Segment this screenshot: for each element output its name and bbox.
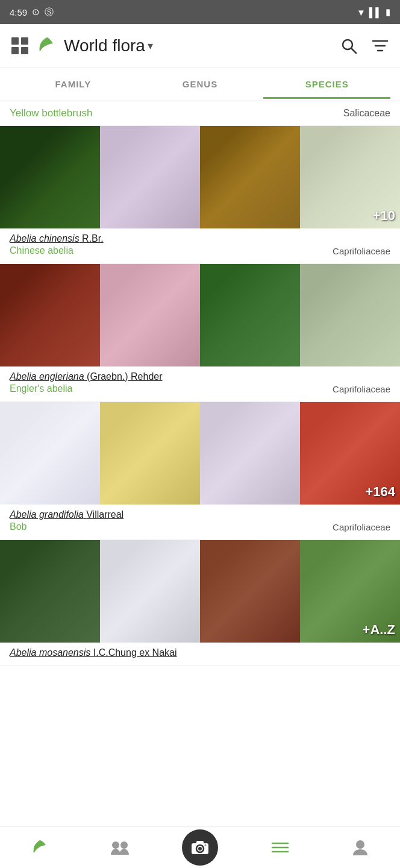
photo-grid [0,264,400,366]
species-info: Abelia mosanensis I.C.Chung ex Nakai [0,643,400,665]
nav-home[interactable] [0,826,80,868]
species-scientific-name[interactable]: Abelia grandifolia Villarreal [10,509,390,520]
species-row2: Engler's abelia Caprifoliaceae [10,383,390,394]
search-button[interactable] [339,36,359,56]
photo-cell[interactable]: +A..Z [300,540,400,643]
photo-cell[interactable] [100,126,200,228]
species-item-abelia-engleriana: Abelia engleriana (Graebn.) Rehder Engle… [0,264,400,402]
status-right: ▼ ▌▌ ▮ [357,7,390,17]
app-bar-right [339,36,390,56]
species-scientific-name[interactable]: Abelia chinensis R.Br. [10,233,390,244]
species-item-abelia-mosanensis: +A..Z Abelia mosanensis I.C.Chung ex Nak… [0,540,400,666]
photo-count-badge: +10 [373,208,395,224]
photo-cell[interactable] [0,264,100,366]
species-author: R.Br. [82,233,104,244]
grid-view-icon [10,36,30,55]
svg-point-15 [204,844,206,846]
species-scientific-name[interactable]: Abelia mosanensis I.C.Chung ex Nakai [10,647,390,658]
photo-cell[interactable] [100,540,200,643]
species-common-name[interactable]: Bob [10,521,27,532]
wifi-icon: ▼ [357,7,366,17]
species-row2: Bob Caprifoliaceae [10,521,390,532]
camera-icon [191,840,209,855]
species-item-abelia-chinensis: +10 Abelia chinensis R.Br. Chinese abeli… [0,126,400,264]
tabs: FAMILY GENUS SPECIES [0,68,400,101]
circle-icon: ⊙ [32,7,40,17]
species-info: Abelia grandifolia Villarreal Bob Caprif… [0,505,400,539]
species-common-name[interactable]: Chinese abelia [10,245,73,256]
nav-community[interactable] [80,826,160,868]
species-list: +10 Abelia chinensis R.Br. Chinese abeli… [0,126,400,714]
tab-species[interactable]: SPECIES [263,69,390,99]
bottom-nav [0,826,400,868]
app-title-text: World flora [64,36,145,55]
battery-icon: ▮ [386,7,390,17]
species-family: Caprifoliaceae [333,384,390,394]
species-row2: Chinese abelia Caprifoliaceae [10,245,390,256]
photo-grid: +A..Z [0,540,400,643]
filter-icon [372,37,389,54]
species-item-abelia-grandifolia: +164 Abelia grandifolia Villarreal Bob C… [0,402,400,540]
app-logo [36,35,58,57]
app-bar-left: World flora ▾ [10,35,333,57]
search-icon [340,37,357,54]
photo-cell[interactable]: +10 [300,126,400,228]
photo-count-badge: +164 [365,484,395,500]
filter-button[interactable] [370,36,390,56]
nav-camera[interactable] [160,826,240,868]
photo-cell[interactable] [200,264,300,366]
photo-cell[interactable] [100,264,200,366]
species-scientific-name[interactable]: Abelia engleriana (Graebn.) Rehder [10,371,390,382]
svg-point-19 [356,840,364,849]
svg-point-13 [198,847,202,851]
app-title[interactable]: World flora ▾ [64,36,153,55]
svg-rect-14 [196,841,204,844]
species-author: I.C.Chung ex Nakai [93,647,177,658]
svg-point-10 [120,841,128,849]
s-icon: Ⓢ [45,7,54,18]
nav-profile[interactable] [320,826,400,868]
home-leaf-icon [30,838,49,857]
photo-grid: +10 [0,126,400,228]
photo-grid: +164 [0,402,400,505]
photo-cell[interactable] [100,402,200,505]
dropdown-caret-icon: ▾ [148,39,153,52]
grid-view-button[interactable] [10,36,30,56]
photo-cell[interactable]: +164 [300,402,400,505]
active-filter-label[interactable]: Yellow bottlebrush [10,107,92,119]
photo-cell[interactable] [200,540,300,643]
species-family: Caprifoliaceae [333,522,390,532]
tab-genus[interactable]: GENUS [137,69,264,99]
svg-rect-1 [21,37,28,45]
list-icon [271,840,289,855]
filter-row: Yellow bottlebrush Salicaceae [0,101,400,126]
species-author: (Graebn.) Rehder [87,371,162,382]
svg-rect-2 [11,47,19,54]
status-left: 4:59 ⊙ Ⓢ [10,7,54,18]
photo-cell[interactable] [200,126,300,228]
photo-cell[interactable] [300,264,400,366]
svg-rect-3 [21,47,28,54]
leaf-logo-icon [36,35,58,57]
svg-point-9 [112,841,119,849]
app-bar: World flora ▾ [0,24,400,68]
photo-cell[interactable] [0,126,100,228]
tab-family[interactable]: FAMILY [10,69,137,99]
community-icon [110,839,130,856]
svg-rect-0 [11,37,19,45]
signal-icon: ▌▌ [369,7,382,17]
species-common-name[interactable]: Engler's abelia [10,383,72,394]
filter-family-label: Salicaceae [343,108,390,119]
nav-list[interactable] [240,826,320,868]
photo-cell[interactable] [200,402,300,505]
species-info: Abelia chinensis R.Br. Chinese abelia Ca… [0,228,400,263]
camera-button[interactable] [182,829,218,866]
photo-cell[interactable] [0,540,100,643]
profile-icon [352,838,369,857]
svg-line-5 [351,48,356,53]
species-info: Abelia engleriana (Graebn.) Rehder Engle… [0,366,400,401]
status-time: 4:59 [10,7,27,17]
status-bar: 4:59 ⊙ Ⓢ ▼ ▌▌ ▮ [0,0,400,24]
photo-cell[interactable] [0,402,100,505]
species-author: Villarreal [86,509,123,520]
